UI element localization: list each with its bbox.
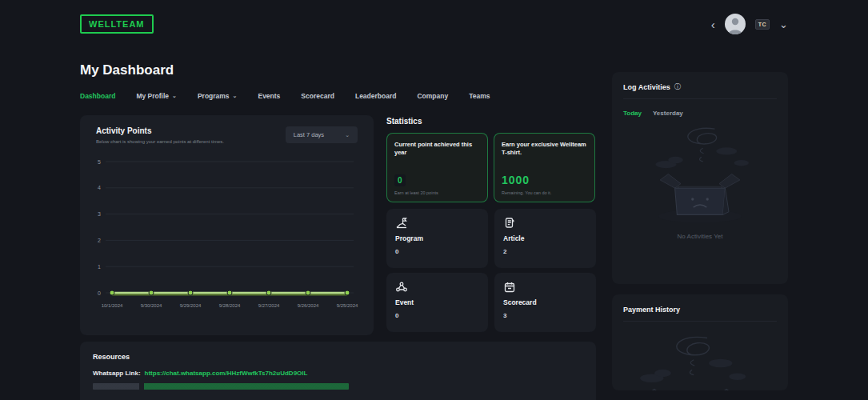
svg-text:3: 3 <box>98 211 101 217</box>
event-network-icon <box>395 281 408 294</box>
article-stat-label: Article <box>503 234 587 242</box>
empty-box-illustration <box>641 122 759 231</box>
tab-scorecard[interactable]: Scorecard <box>301 92 334 100</box>
current-points-note: Earn at least 20 points <box>394 190 480 195</box>
svg-text:9/28/2024: 9/28/2024 <box>219 303 241 308</box>
svg-text:9/26/2024: 9/26/2024 <box>298 303 319 308</box>
log-tab-today[interactable]: Today <box>623 110 642 117</box>
payment-history-heading: Payment History <box>623 306 680 314</box>
article-icon <box>503 217 516 230</box>
top-bar: WELLTEAM ‹ TC ⌄ <box>0 0 868 48</box>
tshirt-goal-value: 1000 <box>502 174 587 186</box>
tab-programs[interactable]: Programs⌄ <box>198 92 238 100</box>
statistics-heading: Statistics <box>386 117 596 126</box>
program-stat-label: Program <box>395 234 479 242</box>
tab-teams[interactable]: Teams <box>469 92 490 100</box>
current-points-value: 0 <box>394 174 406 186</box>
resources-card: Resources Whatsapp Link: https://chat.wh… <box>80 342 596 400</box>
user-badge: TC <box>755 19 770 30</box>
article-stat-card: Article 2 <box>494 209 596 268</box>
resources-heading: Resources <box>93 353 583 361</box>
page-title: My Dashboard <box>80 62 596 78</box>
chevron-down-icon: ⌄ <box>345 132 350 138</box>
statistics-section: Statistics Current point achieved this y… <box>386 115 596 335</box>
scorecard-stat-value: 3 <box>503 312 587 319</box>
activity-points-card: Activity Points Below chart is showing y… <box>80 115 374 335</box>
log-activities-heading: Log Activities <box>623 83 670 91</box>
tshirt-goal-note: Remaining. You can do it. <box>502 190 587 195</box>
event-stat-label: Event <box>395 298 479 306</box>
chevron-left-icon[interactable]: ‹ <box>711 18 715 30</box>
milestone-icon <box>395 217 408 230</box>
tab-events[interactable]: Events <box>258 92 280 100</box>
payment-history-card: Payment History <box>612 294 788 390</box>
clipped-resource-row <box>93 383 349 390</box>
svg-text:0: 0 <box>98 290 101 296</box>
log-activities-card: Log Activities ⓘ Today Yesterday No Acti… <box>612 72 788 284</box>
svg-text:4: 4 <box>98 185 101 190</box>
info-icon[interactable]: ⓘ <box>674 84 681 90</box>
log-tab-yesterday[interactable]: Yesterday <box>653 110 683 117</box>
tshirt-goal-card: Earn your exclusive Wellteam T-shirt. 10… <box>494 133 595 202</box>
main-nav: Dashboard My Profile⌄ Programs⌄ Events S… <box>80 92 596 100</box>
tab-my-profile[interactable]: My Profile⌄ <box>136 92 177 100</box>
tab-leaderboard[interactable]: Leaderboard <box>355 92 397 100</box>
tab-dashboard[interactable]: Dashboard <box>80 92 115 100</box>
whatsapp-link[interactable]: https://chat.whatsapp.com/HHzfWwfkTs7h2u… <box>145 370 308 377</box>
svg-text:1: 1 <box>98 264 101 270</box>
person-icon <box>725 14 746 34</box>
svg-text:9/30/2024: 9/30/2024 <box>141 303 162 308</box>
chevron-down-icon: ⌄ <box>233 93 238 99</box>
svg-text:5: 5 <box>98 159 101 165</box>
no-activities-text: No Activities Yet <box>623 233 777 240</box>
svg-text:2: 2 <box>98 238 101 243</box>
calendar-icon <box>503 281 516 294</box>
activity-points-title: Activity Points <box>96 126 224 135</box>
activity-points-subtitle: Below chart is showing your earned point… <box>96 139 224 144</box>
event-stat-card: Event 0 <box>386 273 488 332</box>
chevron-down-icon[interactable]: ⌄ <box>779 19 788 30</box>
wellteam-logo[interactable]: WELLTEAM <box>80 14 154 34</box>
current-points-card: Current point achieved this year 0 Earn … <box>386 133 488 202</box>
activity-points-chart: 54321010/1/20249/30/20249/29/20249/28/20… <box>90 154 362 314</box>
scorecard-stat-card: Scorecard 3 <box>494 273 596 332</box>
chevron-down-icon: ⌄ <box>172 93 177 99</box>
user-menu[interactable]: ‹ TC ⌄ <box>711 14 788 34</box>
date-range-select[interactable]: Last 7 days ⌄ <box>286 126 358 143</box>
empty-box-illustration <box>623 330 777 390</box>
svg-text:9/29/2024: 9/29/2024 <box>180 303 202 308</box>
whatsapp-link-label: Whatsapp Link: <box>93 370 141 377</box>
svg-text:9/27/2024: 9/27/2024 <box>258 303 280 308</box>
program-stat-card: Program 0 <box>386 209 488 268</box>
scorecard-stat-label: Scorecard <box>503 298 587 306</box>
program-stat-value: 0 <box>395 248 479 255</box>
article-stat-value: 2 <box>503 248 587 255</box>
current-points-title: Current point achieved this year <box>394 141 480 157</box>
svg-text:10/1/2024: 10/1/2024 <box>102 303 123 308</box>
avatar[interactable] <box>725 14 746 34</box>
tshirt-goal-title: Earn your exclusive Wellteam T-shirt. <box>502 141 587 157</box>
svg-text:9/25/2024: 9/25/2024 <box>337 303 358 308</box>
event-stat-value: 0 <box>395 312 479 319</box>
tab-company[interactable]: Company <box>417 92 448 100</box>
